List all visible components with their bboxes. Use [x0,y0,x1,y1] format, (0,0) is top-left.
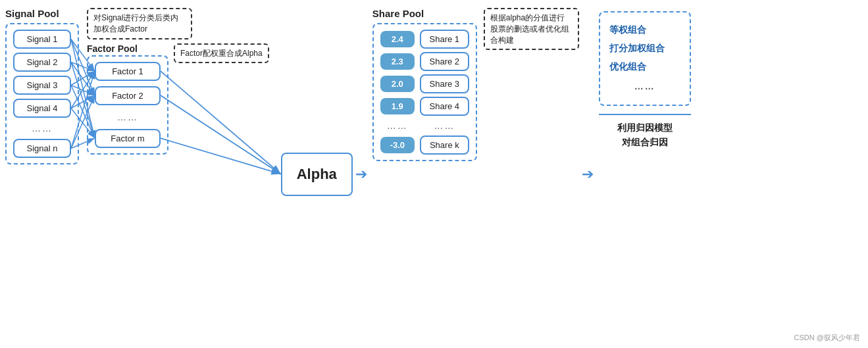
watermark: CSDN @驭风少年君 [794,333,860,343]
share-row-3: 2.0 Share 3 [380,74,469,93]
portfolio-box: 等权组合 打分加权组合 优化组合 …… [599,11,691,106]
share-dots-name: …… [420,119,469,132]
factor-pool-wrapper: Factor Pool Factor 1 Factor 2 …… Factor … [87,43,269,155]
share-value-k: -3.0 [380,137,415,153]
share-value-2: 2.3 [380,53,415,70]
factor-item-2: Factor 2 [95,86,161,105]
share-value-3: 2.0 [380,76,415,92]
share-row-2: 2.3 Share 2 [380,52,469,71]
signal-pool-box: Signal 1 Signal 2 Signal 3 Signal 4 …… S… [5,23,79,164]
share-row-k: -3.0 Share k [380,136,469,155]
signal-pool-title: Signal Pool [5,8,79,19]
factor-pool-box: Factor 1 Factor 2 …… Factor m [87,55,168,155]
share-row-4: 1.9 Share 4 [380,97,469,116]
annotation-signal-to-factor: 对Signal进行分类后类内加权合成Factor [87,8,192,39]
annotation-sharepool-to-portfolio: 根据alpha的分值进行股票的删选或者优化组合构建 [484,8,579,50]
alpha-col: Alpha [281,153,353,196]
share-name-1: Share 1 [420,30,469,49]
portfolio-line1: 等权组合 [609,20,680,39]
share-row-1: 2.4 Share 1 [380,30,469,49]
portfolio-line2: 打分加权组合 [609,39,680,57]
share-name-3: Share 3 [420,74,469,93]
portfolio-section: 等权组合 打分加权组合 优化组合 …… 利用归因模型 对组合归因 [599,11,691,155]
alpha-box: Alpha [281,153,353,196]
factor-pool-title: Factor Pool [87,43,168,54]
share-name-2: Share 2 [420,52,469,71]
share-pool-title: Share Pool [372,8,477,19]
factor-item-m: Factor m [95,129,161,148]
portfolio-dots: …… [609,76,680,97]
diagram-container: Signal Pool Signal 1 Signal 2 Signal 3 S… [0,0,868,348]
signal-pool-column: Signal Pool Signal 1 Signal 2 Signal 3 S… [5,8,79,164]
factor-pool-inner: Factor Pool Factor 1 Factor 2 …… Factor … [87,43,168,155]
regression-sub: 对组合归因 [599,135,691,149]
alpha-to-sharepool-arrow: ➔ [355,166,367,183]
signal-item-4: Signal 4 [13,99,71,118]
factor-section: 对Signal进行分类后类内加权合成Factor Factor Pool Fac… [87,8,269,155]
share-dots-value: …… [380,119,415,132]
portfolio-regression: 利用归因模型 对组合归因 [599,115,691,155]
signal-item-1: Signal 1 [13,30,71,49]
share-value-4: 1.9 [380,98,415,114]
factor-dots: …… [95,111,161,124]
signal-item-n: Signal n [13,139,71,158]
annotation-factor-to-alpha: Factor配权重合成Alpha [174,43,269,64]
regression-title: 利用归因模型 [599,120,691,135]
sharepool-to-portfolio-arrow: ➔ [582,166,594,183]
share-name-4: Share 4 [420,97,469,116]
share-dots-row: …… …… [380,119,469,132]
factor-annotation-col: Factor配权重合成Alpha [174,43,269,68]
signal-item-2: Signal 2 [13,53,71,72]
right-annotation-col: 根据alpha的分值进行股票的删选或者优化组合构建 [484,8,579,54]
signal-item-3: Signal 3 [13,76,71,95]
share-name-k: Share k [420,136,469,155]
share-value-1: 2.4 [380,31,415,47]
factor-item-1: Factor 1 [95,62,161,81]
alpha-label: Alpha [297,166,337,182]
share-pool-box: 2.4 Share 1 2.3 Share 2 2.0 Share 3 1.9 … [372,23,477,161]
signal-dots: …… [13,122,71,135]
portfolio-line3: 优化组合 [609,57,680,76]
share-pool-section: Share Pool 2.4 Share 1 2.3 Share 2 2.0 S… [372,8,477,161]
